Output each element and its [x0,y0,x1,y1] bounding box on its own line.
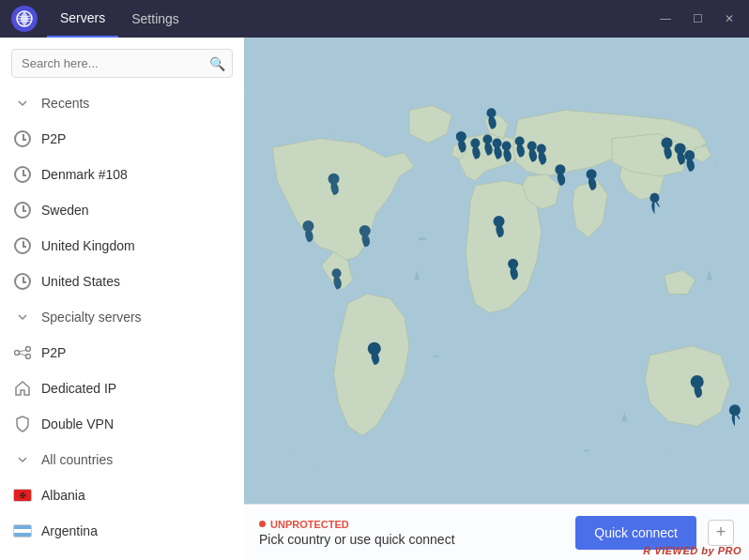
sidebar: 🔍 Recents P2P Denmark #108 [0,38,244,560]
svg-point-38 [691,375,704,388]
svg-point-28 [527,142,537,151]
sidebar-item-denmark[interactable]: Denmark #108 [0,157,244,192]
svg-point-37 [650,193,659,203]
house-icon [13,379,32,398]
sidebar-item-us[interactable]: United States [0,264,244,299]
svg-point-35 [675,144,686,155]
clock-icon [13,129,32,148]
svg-point-36 [684,150,695,160]
svg-point-24 [502,142,512,151]
svg-point-4 [26,355,31,359]
status-dot [259,521,266,527]
svg-point-26 [456,131,466,142]
svg-point-14 [318,468,320,470]
clock-icon [13,201,32,219]
clock-icon [13,272,32,291]
sidebar-item-sweden[interactable]: Sweden [0,192,244,228]
status-label: UNPROTECTED [270,519,349,530]
svg-point-16 [328,174,339,185]
svg-point-3 [26,347,31,352]
svg-line-5 [20,350,26,352]
window-controls: — ☐ ✕ [657,12,738,25]
search-input[interactable] [11,49,233,78]
sidebar-item-p2p[interactable]: P2P [0,335,244,371]
chevron-down-icon [13,94,32,113]
search-bar: 🔍 [0,38,244,85]
svg-point-9 [328,128,329,129]
p2p-icon [13,343,32,362]
svg-point-29 [537,144,546,154]
watermark-text: R VIEWED by PRO [643,545,741,556]
chevron-down-icon [13,450,32,469]
tab-servers[interactable]: Servers [47,0,118,38]
close-button[interactable]: ✕ [721,12,738,25]
svg-point-33 [587,169,597,179]
sidebar-item-dedicated[interactable]: Dedicated IP [0,371,244,406]
svg-point-20 [368,342,381,356]
svg-point-21 [470,139,480,148]
svg-point-19 [332,268,342,278]
svg-point-8 [299,138,301,140]
svg-point-23 [492,139,501,148]
sidebar-item-albania[interactable]: ✠ Albania [0,477,244,513]
sidebar-item-double-vpn[interactable]: Double VPN [0,406,244,442]
svg-point-39 [729,404,741,416]
clock-icon [13,165,32,184]
svg-point-2 [15,351,20,356]
flag-argentina [13,522,32,540]
shield-icon [13,415,32,433]
sidebar-item-uk[interactable]: United Kingdom [0,228,244,264]
add-button[interactable]: + [708,520,734,546]
status-message: Pick country or use quick connect [259,532,564,547]
svg-point-18 [302,220,313,232]
svg-rect-41 [584,449,589,451]
svg-point-30 [493,216,504,227]
nav-tabs: Servers Settings [47,0,192,38]
flag-albania: ✠ [13,486,32,505]
title-bar: Servers Settings — ☐ ✕ [0,0,749,38]
sidebar-item-p2p-recent[interactable]: P2P [0,121,244,157]
status-indicator: UNPROTECTED Pick country or use quick co… [259,519,564,547]
clock-icon [13,236,32,255]
sidebar-specialty-header[interactable]: Specialty servers [0,299,244,335]
minimize-button[interactable]: — [657,12,674,25]
svg-point-17 [359,225,371,236]
svg-point-31 [508,259,518,269]
sidebar-item-argentina[interactable]: Argentina [0,513,244,549]
svg-point-13 [290,448,292,450]
sidebar-recents-header[interactable]: Recents [0,85,244,121]
svg-line-6 [20,354,26,356]
sidebar-list: Recents P2P Denmark #108 Sweden United K… [0,85,244,560]
map-area: UNPROTECTED Pick country or use quick co… [244,38,749,560]
chevron-down-icon [13,308,32,326]
status-badge: UNPROTECTED [259,519,564,530]
svg-point-12 [715,166,717,168]
main-content: 🔍 Recents P2P Denmark #108 [0,38,749,560]
svg-point-15 [668,448,670,450]
maximize-button[interactable]: ☐ [689,12,706,25]
svg-point-22 [482,135,492,144]
svg-point-27 [515,137,525,146]
svg-rect-42 [433,356,438,357]
app-logo [11,6,38,32]
world-map [244,38,749,560]
sidebar-countries-header[interactable]: All countries [0,442,244,477]
svg-point-32 [555,164,565,174]
svg-rect-40 [419,237,426,240]
svg-point-25 [486,108,496,117]
watermark: R VIEWED by PRO [643,545,741,556]
tab-settings[interactable]: Settings [118,0,192,38]
svg-point-34 [661,138,672,149]
